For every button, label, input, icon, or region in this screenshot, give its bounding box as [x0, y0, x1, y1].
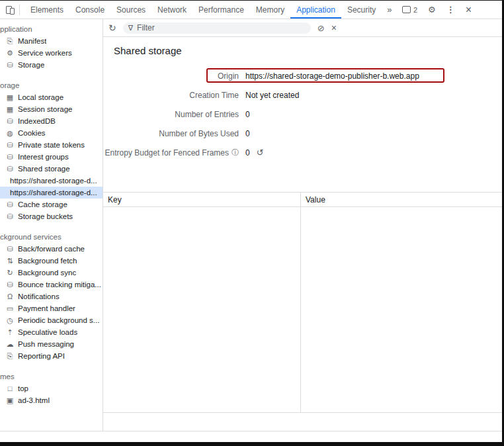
devtools-window: ElementsConsoleSourcesNetworkPerformance… — [0, 0, 504, 446]
cookie-icon: ◍ — [5, 130, 15, 137]
meta-row: Creation TimeNot yet created — [103, 85, 502, 105]
card-icon: ▭ — [5, 305, 15, 312]
sidebar-item-local-storage[interactable]: ▦Local storage — [0, 91, 103, 103]
settings-gear-icon[interactable]: ⚙ — [428, 5, 436, 14]
database-icon: ⛁ — [5, 213, 15, 220]
sidebar-item-label: IndexedDB — [18, 117, 56, 125]
database-icon: ⛁ — [5, 118, 15, 125]
sidebar-item-shared-storage[interactable]: ⛁Shared storage — [0, 163, 103, 175]
message-bubble-icon — [402, 6, 411, 13]
info-icon[interactable]: ⓘ — [231, 148, 239, 157]
sidebar-item-back-forward-cache[interactable]: ⛁Back/forward cache — [0, 243, 103, 255]
reset-budget-icon[interactable]: ↺ — [257, 148, 264, 157]
sidebar-item-label: Cookies — [18, 129, 46, 137]
database-icon: ⛁ — [5, 62, 15, 69]
sidebar-item-label: Background sync — [18, 269, 76, 277]
sidebar-item-label: Push messaging — [18, 340, 74, 348]
meta-label: Number of Entries — [103, 110, 239, 119]
sidebar-item-indexeddb[interactable]: ⛁IndexedDB — [0, 115, 103, 127]
more-options-icon[interactable]: ⋮ — [446, 5, 455, 14]
sidebar-item-storage-buckets[interactable]: ⛁Storage buckets — [0, 210, 103, 222]
meta-value: 0 — [245, 129, 250, 138]
tab-memory[interactable]: Memory — [250, 1, 290, 19]
sidebar-item-payment-handler[interactable]: ▭Payment handler — [0, 302, 103, 314]
clear-all-icon[interactable]: ⊘ — [317, 24, 325, 32]
sidebar-item-speculative-loads[interactable]: ⇡Speculative loads — [0, 326, 103, 338]
table-icon: ▦ — [5, 94, 15, 101]
sidebar-item-cookies[interactable]: ◍Cookies — [0, 127, 103, 139]
sidebar-item-background-fetch[interactable]: ⇅Background fetch — [0, 255, 103, 267]
meta-value-text: 0 — [245, 148, 250, 157]
tab-elements[interactable]: Elements — [24, 1, 69, 19]
meta-label-text: Creation Time — [189, 91, 239, 100]
sidebar-item-label: Bounce tracking mitiga... — [18, 281, 101, 289]
refresh-icon[interactable]: ↻ — [108, 23, 116, 32]
meta-label: Number of Bytes Used — [103, 129, 239, 138]
meta-value: 0↺ — [245, 148, 264, 157]
sidebar-item-label: Cache storage — [18, 201, 67, 208]
sidebar-item-ad-3-html[interactable]: ▣ad-3.html — [0, 394, 103, 406]
meta-row: Number of Entries0 — [103, 105, 502, 124]
meta-label-text: Number of Bytes Used — [159, 129, 239, 138]
sidebar-item-background-sync[interactable]: ↻Background sync — [0, 267, 103, 279]
sidebar-section: orage▦Local storage▦Session storage⛁Inde… — [0, 79, 103, 222]
console-messages-button[interactable]: 2 — [402, 6, 417, 14]
tab-security[interactable]: Security — [341, 1, 382, 19]
sidebar-item-label: Shared storage — [18, 165, 70, 173]
document-icon: ⎘ — [5, 353, 15, 360]
metadata-report: Originhttps://shared-storage-demo-publis… — [103, 66, 502, 162]
sidebar-item-private-state-tokens[interactable]: ⛁Private state tokens — [0, 139, 103, 151]
sidebar-section-header: mes — [0, 371, 103, 382]
database-icon: ⛁ — [5, 142, 15, 149]
application-sidebar: pplication⎘Manifest⚙Service workers⛁Stor… — [0, 19, 103, 431]
tab-performance[interactable]: Performance — [192, 1, 250, 19]
sidebar-item-service-workers[interactable]: ⚙Service workers — [0, 47, 103, 59]
sidebar-item-interest-groups[interactable]: ⛁Interest groups — [0, 151, 103, 163]
sidebar-item-storage[interactable]: ⛁Storage — [0, 59, 103, 71]
sidebar-item-label: Speculative loads — [18, 328, 77, 336]
grid-body — [103, 207, 502, 413]
meta-label: Origin — [103, 71, 239, 81]
sidebar-item-periodic-background-s[interactable]: ◷Periodic background s... — [0, 314, 103, 326]
tab-sources[interactable]: Sources — [110, 1, 151, 19]
sidebar-item-label: Background fetch — [18, 257, 77, 265]
tab-network[interactable]: Network — [151, 1, 192, 19]
sidebar-item-label: Storage — [18, 61, 44, 69]
sidebar-item-https-shared-storage-d[interactable]: https://shared-storage-d... — [0, 187, 103, 199]
sidebar-item-https-shared-storage-d[interactable]: https://shared-storage-d... — [0, 175, 103, 187]
sidebar-section-header: ckground services — [0, 231, 103, 243]
sidebar-item-reporting-api[interactable]: ⎘Reporting API — [0, 350, 103, 362]
close-devtools-icon[interactable]: × — [466, 5, 472, 15]
toggle-device-toolbar-icon[interactable] — [5, 5, 15, 15]
sidebar-section-header: pplication — [0, 23, 103, 35]
sidebar-item-label: Interest groups — [18, 153, 69, 161]
main-panel: ↻ ∇ ⊘ × Shared storage Originhttps://sha… — [103, 19, 502, 431]
sidebar-item-manifest[interactable]: ⎘Manifest — [0, 35, 103, 47]
sidebar-item-session-storage[interactable]: ▦Session storage — [0, 103, 103, 115]
sidebar-item-notifications[interactable]: ΩNotifications — [0, 290, 103, 302]
document-icon: ⎘ — [5, 38, 15, 45]
meta-label: Entropy Budget for Fenced Framesⓘ — [103, 148, 239, 157]
meta-value: https://shared-storage-demo-publisher-b.… — [245, 71, 419, 81]
column-header-value[interactable]: Value — [301, 193, 502, 206]
sidebar-item-bounce-tracking-mitiga[interactable]: ⛁Bounce tracking mitiga... — [0, 279, 103, 290]
sidebar-item-label: Back/forward cache — [18, 245, 85, 253]
meta-row: Number of Bytes Used0 — [103, 124, 502, 143]
sidebar-item-push-messaging[interactable]: ☁Push messaging — [0, 338, 103, 350]
frame-page-icon: ▣ — [5, 397, 15, 404]
filter-box: ∇ — [123, 22, 311, 34]
sidebar-section: ckground services⛁Back/forward cache⇅Bac… — [0, 231, 103, 362]
meta-value-text: 0 — [245, 110, 250, 119]
sidebar-item-cache-storage[interactable]: ⛁Cache storage — [0, 199, 103, 210]
sidebar-item-top[interactable]: □top — [0, 382, 103, 394]
tab-console[interactable]: Console — [69, 1, 110, 19]
column-header-key[interactable]: Key — [103, 193, 301, 206]
main-toolbar: ↻ ∇ ⊘ × — [103, 19, 502, 37]
tab-application[interactable]: Application — [290, 1, 341, 19]
close-icon[interactable]: × — [331, 23, 337, 32]
devtools-body: pplication⎘Manifest⚙Service workers⛁Stor… — [0, 19, 502, 431]
filter-input[interactable] — [137, 23, 306, 32]
meta-value-text: 0 — [245, 129, 250, 138]
sidebar-item-label: Storage buckets — [18, 212, 73, 220]
more-tabs-button[interactable]: » — [382, 5, 397, 15]
